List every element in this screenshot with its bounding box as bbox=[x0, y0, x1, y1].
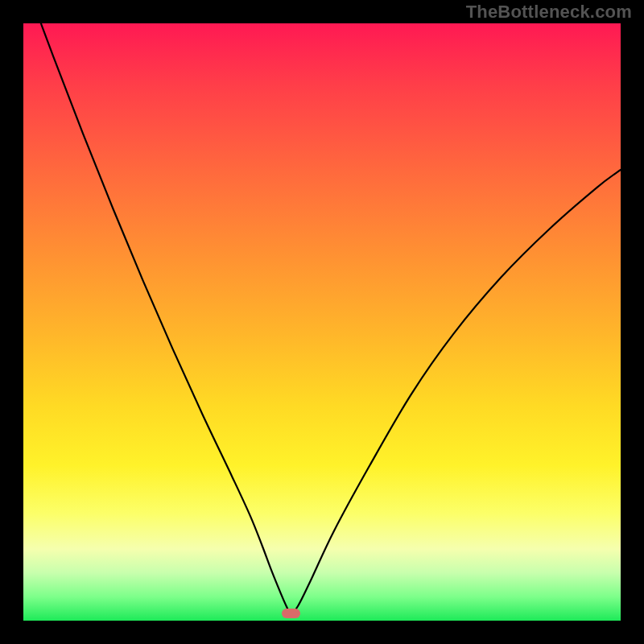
bottleneck-marker bbox=[282, 609, 301, 618]
plot-area bbox=[23, 23, 621, 621]
bottleneck-curve bbox=[23, 23, 621, 621]
watermark-text: TheBottleneck.com bbox=[466, 2, 632, 23]
outer-frame: TheBottleneck.com bbox=[0, 0, 644, 644]
